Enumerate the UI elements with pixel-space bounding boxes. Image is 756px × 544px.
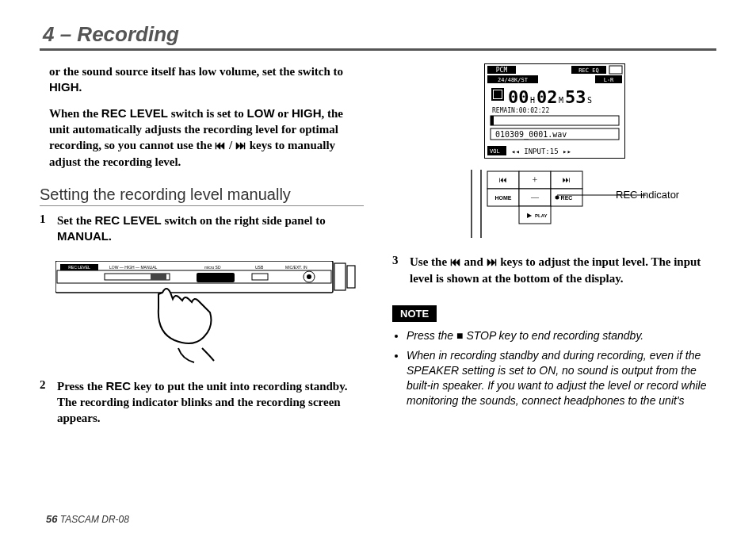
step-number: 2 (40, 378, 51, 427)
text: . (109, 230, 112, 243)
svg-text:—: — (530, 193, 540, 201)
header-bar: 4 – Recording (40, 22, 716, 51)
svg-text:USB: USB (255, 265, 264, 270)
page-number: 56 (46, 513, 57, 525)
svg-text:010309_0001.wav: 010309_0001.wav (495, 130, 567, 140)
hand-pointer-icon (158, 289, 214, 362)
button-pad-row: ⏮ + ⏭ HOME — REC ▶ PLAY (392, 170, 716, 238)
page-footer: 56 TASCAM DR-08 (46, 513, 129, 525)
svg-text:00: 00 (508, 87, 529, 107)
text: Set the (57, 214, 95, 227)
text: switch is set to (168, 107, 247, 120)
label-low: LOW (247, 106, 275, 120)
svg-point-12 (307, 274, 311, 279)
label-rec-level: REC LEVEL (101, 106, 168, 120)
svg-text:H: H (530, 96, 535, 105)
svg-text:S: S (587, 96, 592, 105)
svg-rect-35 (491, 116, 494, 125)
text: Press the (407, 329, 456, 342)
svg-text:24/48K/ST: 24/48K/ST (498, 77, 529, 83)
para-rec-level: When the REC LEVEL switch is set to LOW … (49, 105, 364, 170)
rewind-icon: ⏮ (450, 255, 461, 270)
svg-text:◂◂ INPUT:15 ▸▸: ◂◂ INPUT:15 ▸▸ (511, 147, 571, 155)
step-text: Set the REC LEVEL switch on the right si… (57, 213, 364, 245)
svg-text:MIC/EXT. IN: MIC/EXT. IN (285, 265, 307, 270)
product-name: TASCAM DR-08 (57, 514, 128, 525)
text: Use the (410, 255, 450, 268)
step-2: 2 Press the REC key to put the unit into… (40, 378, 364, 427)
label-rec: REC (105, 379, 131, 393)
step-text: Press the REC key to put the unit into r… (57, 378, 364, 427)
step-text: Use the ⏮ and ⏭ keys to adjust the input… (410, 254, 716, 286)
svg-text:⏮: ⏮ (499, 175, 507, 184)
label-rec-level: REC LEVEL (68, 265, 90, 270)
note-list: Press the ■ STOP key to end recording st… (392, 328, 716, 408)
text: or the sound source itself has low volum… (49, 65, 343, 78)
svg-text:02: 02 (536, 87, 558, 107)
svg-rect-9 (252, 274, 268, 280)
svg-point-55 (555, 196, 559, 200)
svg-text:LOW — HIGH — MANUAL: LOW — HIGH — MANUAL (109, 265, 158, 270)
rewind-icon: ⏮ (215, 139, 226, 154)
label-high: HIGH (49, 80, 79, 94)
svg-text:53: 53 (565, 87, 586, 107)
svg-text:PLAY: PLAY (535, 213, 547, 218)
fastforward-icon: ⏭ (235, 139, 246, 154)
button-pad-illustration: ⏮ + ⏭ HOME — REC ▶ PLAY (464, 170, 646, 238)
text: When the (49, 107, 101, 120)
svg-text:▶: ▶ (527, 212, 533, 219)
fastforward-icon: ⏭ (487, 255, 498, 270)
svg-rect-1 (57, 270, 331, 283)
svg-rect-26 (494, 90, 502, 98)
text: STOP key to end recording standby. (464, 329, 644, 342)
svg-rect-5 (151, 274, 166, 280)
svg-text:micro SD: micro SD (204, 265, 221, 270)
note-label: NOTE (392, 305, 437, 322)
left-column: or the sound source itself has low volum… (40, 63, 364, 434)
note-item: Press the ■ STOP key to end recording st… (407, 328, 716, 343)
chapter-title: 4 – Recording (43, 22, 179, 46)
step-number: 3 (392, 254, 403, 286)
step-3: 3 Use the ⏮ and ⏭ keys to adjust the inp… (392, 254, 716, 286)
rec-indicator-label: REC indicator (616, 189, 679, 201)
step-number: 1 (40, 213, 51, 245)
svg-rect-7 (197, 273, 235, 282)
text: switch on the right side panel to (162, 214, 326, 227)
stop-icon: ■ (456, 329, 463, 342)
svg-text:HOME: HOME (494, 195, 511, 201)
svg-rect-13 (334, 263, 346, 290)
para-low-volume: or the sound source itself has low volum… (49, 63, 364, 96)
svg-text:⏭: ⏭ (563, 175, 571, 184)
svg-text:REC: REC (560, 195, 572, 201)
svg-text:REC EQ: REC EQ (578, 67, 598, 74)
lcd-display-illustration: PCM REC EQ 24/48K/ST L-R 00 H 02 M 53 S … (484, 63, 625, 159)
svg-text:REMAIN:00:02:22: REMAIN:00:02:22 (492, 107, 549, 114)
step-1: 1 Set the REC LEVEL switch on the right … (40, 213, 364, 245)
text: Press the (57, 380, 105, 393)
text: . (79, 81, 82, 94)
svg-text:M: M (559, 96, 563, 105)
svg-text:VOL: VOL (490, 148, 500, 155)
label-rec-level: REC LEVEL (95, 213, 162, 227)
svg-text:PCM: PCM (495, 67, 507, 74)
note-item: When in recording standby and during rec… (407, 348, 716, 408)
text: or (275, 107, 292, 120)
device-side-illustration: REC LEVEL LOW — HIGH — MANUAL micro SD U… (55, 261, 357, 364)
svg-text:L-R: L-R (603, 77, 613, 83)
right-column: PCM REC EQ 24/48K/ST L-R 00 H 02 M 53 S … (392, 63, 716, 434)
two-column-layout: or the sound source itself has low volum… (40, 63, 716, 434)
svg-rect-14 (347, 266, 355, 288)
label-manual: MANUAL (57, 229, 109, 243)
text: and (461, 255, 487, 268)
subheading-manual-level: Setting the recording level manually (40, 186, 364, 206)
label-high: HIGH (292, 106, 322, 120)
manual-page: 4 – Recording or the sound source itself… (0, 0, 756, 450)
svg-text:+: + (532, 174, 537, 186)
